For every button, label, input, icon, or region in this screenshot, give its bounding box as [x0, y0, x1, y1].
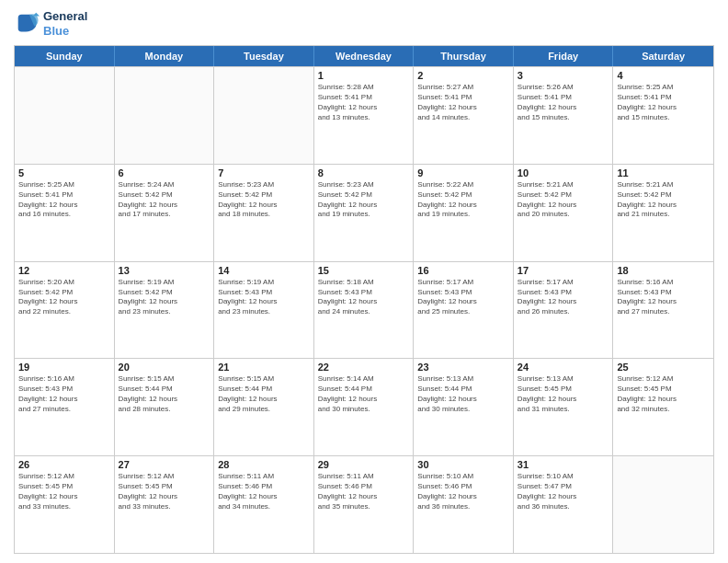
cell-info-line: Sunrise: 5:19 AM: [119, 278, 210, 288]
day-number: 20: [119, 362, 210, 373]
cell-info-line: Sunset: 5:41 PM: [518, 93, 609, 103]
cell-info-line: Sunset: 5:41 PM: [18, 190, 110, 201]
cell-info-line: Sunset: 5:41 PM: [617, 93, 710, 103]
calendar-cell: 26Sunrise: 5:12 AMSunset: 5:45 PMDayligh…: [15, 456, 115, 553]
cell-info-line: Sunset: 5:44 PM: [318, 385, 410, 395]
calendar-cell: 28Sunrise: 5:11 AMSunset: 5:46 PMDayligh…: [214, 456, 314, 553]
cell-info-line: Sunset: 5:47 PM: [518, 482, 609, 492]
cell-info-line: Sunrise: 5:15 AM: [218, 374, 310, 385]
day-number: 2: [417, 70, 509, 81]
calendar-cell: 24Sunrise: 5:13 AMSunset: 5:45 PMDayligh…: [514, 359, 614, 455]
cell-info-line: Daylight: 12 hours: [518, 103, 609, 113]
cell-info-line: and 17 minutes.: [119, 210, 210, 220]
day-number: 19: [18, 362, 110, 373]
cell-info-line: and 33 minutes.: [119, 502, 210, 512]
day-number: 26: [18, 459, 110, 470]
calendar-cell: 6Sunrise: 5:24 AMSunset: 5:42 PMDaylight…: [115, 165, 215, 261]
day-number: 13: [119, 265, 210, 276]
day-number: 14: [218, 265, 310, 276]
cell-info-line: Sunrise: 5:20 AM: [18, 278, 110, 288]
cell-info-line: Sunrise: 5:12 AM: [119, 472, 210, 482]
cell-info-line: Sunrise: 5:10 AM: [518, 472, 609, 482]
calendar-header-row: SundayMondayTuesdayWednesdayThursdayFrid…: [15, 46, 713, 66]
calendar-cell: 17Sunrise: 5:17 AMSunset: 5:43 PMDayligh…: [514, 262, 614, 359]
day-number: 8: [318, 167, 410, 178]
cell-info-line: Sunrise: 5:14 AM: [318, 374, 410, 385]
cell-info-line: Sunset: 5:44 PM: [417, 385, 509, 395]
cell-info-line: Daylight: 12 hours: [518, 201, 609, 211]
calendar-cell: 15Sunrise: 5:18 AMSunset: 5:43 PMDayligh…: [314, 262, 415, 359]
cell-info-line: Sunset: 5:43 PM: [318, 288, 410, 298]
cell-info-line: Daylight: 12 hours: [318, 395, 410, 405]
cell-info-line: Sunset: 5:43 PM: [617, 288, 710, 298]
day-number: 3: [518, 70, 609, 81]
cell-info-line: and 18 minutes.: [218, 210, 310, 220]
calendar-cell: [15, 67, 115, 164]
cell-info-line: Daylight: 12 hours: [18, 297, 110, 307]
cell-info-line: Sunset: 5:43 PM: [218, 288, 310, 298]
calendar-cell: 29Sunrise: 5:11 AMSunset: 5:46 PMDayligh…: [314, 456, 415, 553]
calendar-cell: 8Sunrise: 5:23 AMSunset: 5:42 PMDaylight…: [314, 165, 415, 261]
logo-icon: [14, 11, 40, 37]
cell-info-line: and 30 minutes.: [417, 405, 509, 415]
cell-info-line: Daylight: 12 hours: [417, 492, 509, 502]
cell-info-line: Sunrise: 5:10 AM: [417, 472, 509, 482]
logo-text: General Blue: [43, 9, 87, 38]
cell-info-line: Sunset: 5:46 PM: [318, 482, 410, 492]
day-number: 4: [617, 70, 710, 81]
day-number: 7: [218, 167, 310, 178]
cell-info-line: and 28 minutes.: [119, 405, 210, 415]
cell-info-line: and 29 minutes.: [218, 405, 310, 415]
cell-info-line: Daylight: 12 hours: [318, 201, 410, 211]
calendar-cell: 11Sunrise: 5:21 AMSunset: 5:42 PMDayligh…: [613, 165, 713, 261]
cell-info-line: Sunrise: 5:26 AM: [518, 83, 609, 93]
cell-info-line: and 25 minutes.: [417, 307, 509, 317]
calendar-body: 1Sunrise: 5:28 AMSunset: 5:41 PMDaylight…: [15, 66, 713, 553]
calendar: SundayMondayTuesdayWednesdayThursdayFrid…: [14, 45, 714, 554]
calendar-cell: [115, 67, 215, 164]
day-header-tuesday: Tuesday: [214, 46, 314, 66]
week-row-3: 12Sunrise: 5:20 AMSunset: 5:42 PMDayligh…: [15, 261, 713, 359]
cell-info-line: Daylight: 12 hours: [18, 201, 110, 211]
calendar-cell: 25Sunrise: 5:12 AMSunset: 5:45 PMDayligh…: [613, 359, 713, 455]
day-number: 1: [318, 70, 410, 81]
cell-info-line: Sunrise: 5:17 AM: [518, 278, 609, 288]
cell-info-line: and 15 minutes.: [518, 113, 609, 123]
day-number: 21: [218, 362, 310, 373]
cell-info-line: Sunset: 5:45 PM: [617, 385, 710, 395]
day-number: 5: [18, 167, 110, 178]
cell-info-line: and 23 minutes.: [218, 307, 310, 317]
cell-info-line: Daylight: 12 hours: [318, 492, 410, 502]
cell-info-line: and 32 minutes.: [617, 405, 710, 415]
cell-info-line: Daylight: 12 hours: [119, 395, 210, 405]
cell-info-line: Daylight: 12 hours: [617, 297, 710, 307]
day-number: 28: [218, 459, 310, 470]
cell-info-line: Daylight: 12 hours: [318, 297, 410, 307]
day-number: 11: [617, 167, 710, 178]
cell-info-line: Daylight: 12 hours: [119, 201, 210, 211]
cell-info-line: Sunrise: 5:12 AM: [18, 472, 110, 482]
day-header-friday: Friday: [514, 46, 614, 66]
day-number: 25: [617, 362, 710, 373]
calendar-cell: 16Sunrise: 5:17 AMSunset: 5:43 PMDayligh…: [414, 262, 514, 359]
cell-info-line: and 33 minutes.: [18, 502, 110, 512]
calendar-cell: 19Sunrise: 5:16 AMSunset: 5:43 PMDayligh…: [15, 359, 115, 455]
calendar-cell: 21Sunrise: 5:15 AMSunset: 5:44 PMDayligh…: [214, 359, 314, 455]
day-header-saturday: Saturday: [613, 46, 713, 66]
cell-info-line: Sunrise: 5:13 AM: [417, 374, 509, 385]
calendar-cell: 7Sunrise: 5:23 AMSunset: 5:42 PMDaylight…: [214, 165, 314, 261]
cell-info-line: and 24 minutes.: [318, 307, 410, 317]
day-header-wednesday: Wednesday: [314, 46, 415, 66]
calendar-cell: 2Sunrise: 5:27 AMSunset: 5:41 PMDaylight…: [414, 67, 514, 164]
cell-info-line: Daylight: 12 hours: [518, 492, 609, 502]
cell-info-line: Sunrise: 5:25 AM: [18, 180, 110, 190]
cell-info-line: Sunset: 5:43 PM: [518, 288, 609, 298]
cell-info-line: Sunset: 5:45 PM: [18, 482, 110, 492]
cell-info-line: Sunset: 5:46 PM: [218, 482, 310, 492]
day-header-thursday: Thursday: [414, 46, 514, 66]
week-row-2: 5Sunrise: 5:25 AMSunset: 5:41 PMDaylight…: [15, 164, 713, 261]
calendar-cell: 30Sunrise: 5:10 AMSunset: 5:46 PMDayligh…: [414, 456, 514, 553]
cell-info-line: Sunset: 5:43 PM: [18, 385, 110, 395]
cell-info-line: and 30 minutes.: [318, 405, 410, 415]
cell-info-line: Sunset: 5:42 PM: [119, 190, 210, 201]
